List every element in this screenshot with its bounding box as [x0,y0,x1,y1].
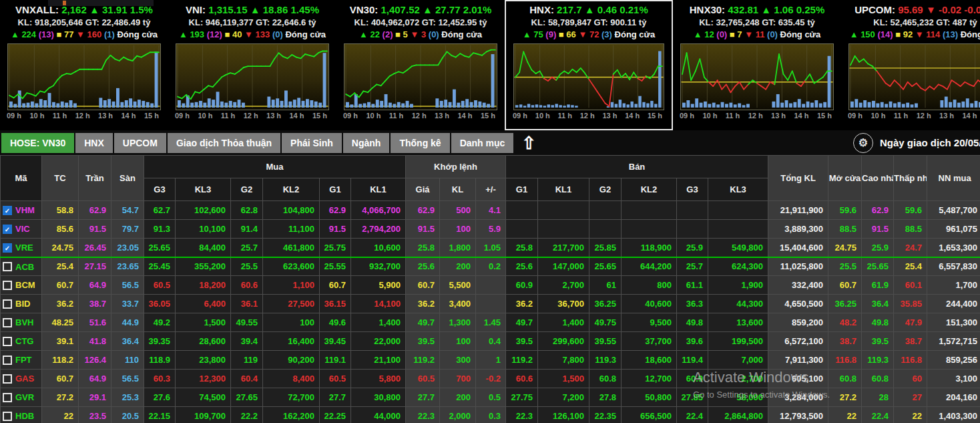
table-row[interactable]: ✓VHM58.862.954.762.7102,60062.8104,80062… [1,201,980,220]
settings-gear-icon[interactable]: ⚙ [853,133,873,153]
table-row[interactable]: BVH48.2551.644.949.21,50049.5510049.61,4… [1,313,980,332]
index-panel[interactable]: VNI: 1,315.15 ▲ 18.86 1.45% KL: 946,119,… [168,0,336,130]
table-row[interactable]: CTG39.141.836.439.3528,60039.416,40039.4… [1,332,980,351]
row-checkbox[interactable] [3,412,12,421]
index-panel[interactable]: VN30: 1,407.52 ▲ 27.77 2.01% KL: 404,962… [336,0,505,130]
cell: 300 [440,351,476,370]
table-row[interactable]: ✓VRE24.7526.4523.0525.6584,40025.7461,80… [1,239,980,257]
cell: 7,911,300 [768,351,828,370]
kl-value: 918,205,646 [35,17,83,27]
cell: 118.9 [144,351,176,370]
tab-danh-m-c[interactable]: Danh mục [451,133,514,153]
cell: 25.6 [506,257,538,276]
symbol-cell: BVH [1,313,42,332]
tab-giao-d-ch-th-a-thu-n[interactable]: Giao dịch Thỏa thuận [168,133,280,153]
time-label: 09 h [175,112,190,120]
tab-ng-nh[interactable]: Ngành [343,133,390,153]
row-checkbox[interactable] [3,281,12,290]
table-row[interactable]: ✓VIC85.691.579.791.310,10091.411,10091.5… [1,220,980,239]
cell: 60.9 [506,276,538,295]
cell: 700 [440,370,476,388]
ty-label: tỷ [639,17,647,27]
kl-value: 52,465,232 [891,17,934,27]
ticker-symbol[interactable]: GAS [15,374,34,384]
table-row[interactable]: BID36.238.733.736.056,40036.127,50036.15… [1,295,980,313]
ticker-symbol[interactable]: HDB [15,412,34,422]
cell: 1,900 [708,276,768,295]
table-row[interactable]: GAS60.764.956.560.312,30060.48,40060.55,… [1,370,980,388]
index-summary: VNXALL: 2,162 ▲ 31.91 1.5% [0,4,168,15]
symbol-cell: GAS [1,370,42,388]
ticker-symbol[interactable]: VRE [15,243,33,253]
cell: 119.3 [862,351,894,370]
row-checkbox[interactable] [3,318,12,327]
row-checkbox[interactable]: ✓ [3,225,12,234]
cell: 25.5 [828,257,862,276]
row-checkbox[interactable] [3,262,12,271]
ticker-symbol[interactable]: BID [15,299,30,309]
decliners-floor-count: (0) [429,29,439,39]
index-value: 1,315.15 [208,4,247,15]
col-high: Cao nhất [862,156,894,201]
symbol-cell: BID [1,295,42,313]
cell: 62.9 [862,201,894,220]
table-row[interactable]: FPT118.2126.4110118.923,80011990,200119.… [1,351,980,370]
row-checkbox[interactable]: ✓ [3,206,12,215]
time-label: 14 h [290,112,304,120]
index-panel[interactable]: HNX30: 432.81 ▲ 1.06 0.25% KL: 32,765,24… [673,0,841,130]
index-value: 1,407.52 [381,4,419,15]
row-checkbox[interactable] [3,374,12,384]
index-panel[interactable]: UPCOM: 95.69 ▼ -0.02 -0.02% KL: 52,465,2… [841,0,980,130]
tab-upcom[interactable]: UPCOM [114,133,166,153]
row-checkbox[interactable] [3,299,12,309]
index-panel[interactable]: HNX: 217.7 ▲ 0.46 0.21% KL: 58,789,847 G… [505,0,673,130]
cell: 199,500 [708,332,768,351]
advancers-icon: ▲ [11,29,19,39]
cell: 22,000 [351,332,406,351]
col-bid-kl1: KL1 [351,178,406,201]
cell: 48.25 [42,313,79,332]
ticker-symbol[interactable]: VIC [15,225,30,235]
ticker-symbol[interactable]: BVH [15,318,33,328]
cell: 119.4 [677,351,708,370]
ticker-symbol[interactable]: VHM [15,206,35,216]
table-row[interactable]: GVR27.229.125.327.674,50027.6572,70027.7… [1,388,980,407]
ticker-symbol[interactable]: ACB [15,262,34,272]
cell: 39.6 [677,332,708,351]
cell: 61 [589,276,622,295]
unchanged-icon: ■ [730,29,735,39]
row-checkbox[interactable]: ✓ [3,243,12,253]
cell [708,220,768,239]
index-panel[interactable]: VNXALL: 2,162 ▲ 31.91 1.5% KL: 918,205,6… [0,0,168,130]
gt-label: GT: [594,17,608,27]
time-label: 10 h [29,112,44,120]
table-row[interactable]: ACB25.427.1523.6525.45355,20025.5623,600… [1,257,980,276]
row-checkbox[interactable] [3,337,12,346]
row-checkbox[interactable] [3,356,12,365]
advancers-ceiling-count: (14) [877,29,893,39]
cell: 51.6 [79,313,111,332]
row-checkbox[interactable] [3,393,12,402]
cell: 27.7 [320,388,351,407]
unchanged-icon: ■ [395,29,401,39]
chart-time-axis: 09 h10 h11 h12 h13 h14 h15 h [336,110,505,120]
cell: 0.3 [476,407,506,423]
cell [506,220,538,239]
ticker-symbol[interactable]: BCM [15,281,35,291]
ticker-symbol[interactable]: CTG [15,337,33,347]
cell: 58.8 [42,201,79,220]
unchanged-count: 5 [403,29,408,39]
cell: 16,400 [263,332,320,351]
scroll-top-arrow-icon[interactable]: ⇧ [521,134,536,152]
tab-ph-i-sinh[interactable]: Phái Sinh [282,133,342,153]
ticker-symbol[interactable]: FPT [15,356,32,366]
tab-hnx[interactable]: HNX [75,133,113,153]
table-row[interactable]: HDB2223.520.522.15109,70022.2162,20022.2… [1,407,980,423]
tab-th-ng-k-[interactable]: Thống kê [391,133,449,153]
chart-time-axis: 09 h10 h11 h12 h13 h14 h15 h [168,110,336,120]
cell: 58,000 [708,388,768,407]
ticker-symbol[interactable]: GVR [15,393,34,403]
tab-hose-vn30[interactable]: HOSE: VN30 [1,133,74,153]
cell: 25.65 [589,257,622,276]
table-row[interactable]: BCM60.764.956.560.518,20060.61,10060.75,… [1,276,980,295]
